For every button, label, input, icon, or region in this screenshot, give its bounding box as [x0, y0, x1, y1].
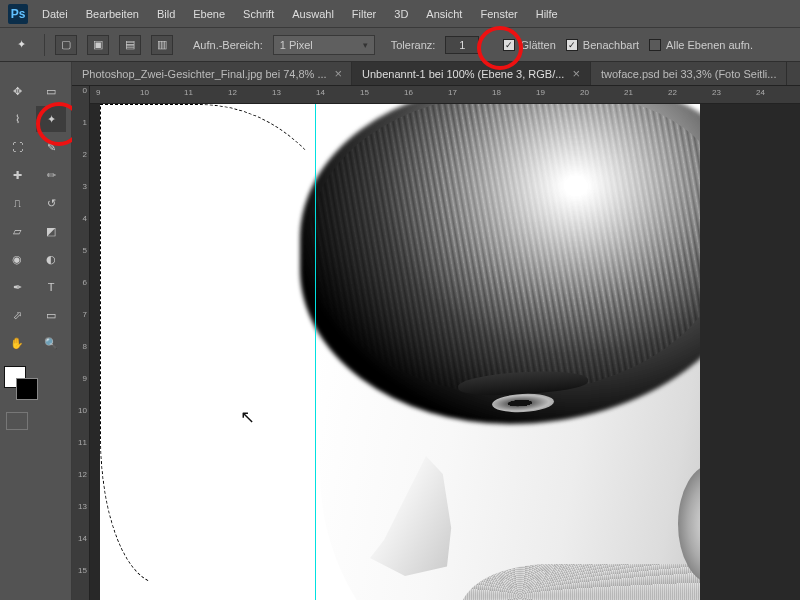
vertical-guide[interactable] — [315, 104, 316, 600]
sample-label: Aufn.-Bereich: — [193, 39, 263, 51]
contiguous-checkbox[interactable]: ✓ — [566, 39, 578, 51]
blur-tool[interactable]: ◉ — [2, 246, 32, 272]
pen-tool[interactable]: ✒ — [2, 274, 32, 300]
current-tool-icon[interactable]: ✦ — [8, 33, 34, 57]
sample-dropdown[interactable]: 1 Pixel ▾ — [273, 35, 375, 55]
marquee-tool[interactable]: ▭ — [36, 78, 66, 104]
squares-int-icon: ▥ — [157, 38, 167, 51]
selection-intersect-button[interactable]: ▥ — [151, 35, 173, 55]
eyedropper-tool[interactable]: ✎ — [36, 134, 66, 160]
selection-subtract-button[interactable]: ▤ — [119, 35, 141, 55]
document-tabs: Photoshop_Zwei-Gesichter_Final.jpg bei 7… — [72, 62, 800, 86]
menu-bild[interactable]: Bild — [157, 8, 175, 20]
toolbox: ✥ ▭ ⌇ ✦ ⛶ ✎ ✚ ✏ ⎍ ↺ ▱ ◩ ◉ ◐ ✒ T ⬀ ▭ ✋ 🔍 — [0, 62, 72, 600]
magic-wand-tool[interactable]: ✦ — [36, 106, 66, 132]
menu-auswahl[interactable]: Auswahl — [292, 8, 334, 20]
vertical-ruler[interactable]: 012345678910111213141516 — [72, 86, 90, 600]
doc-tab-label: twoface.psd bei 33,3% (Foto Seitli... — [601, 68, 776, 80]
squares-sub-icon: ▤ — [125, 38, 135, 51]
menu-3d[interactable]: 3D — [394, 8, 408, 20]
menu-ebene[interactable]: Ebene — [193, 8, 225, 20]
crop-tool[interactable]: ⛶ — [2, 134, 32, 160]
alllayers-checkbox[interactable] — [649, 39, 661, 51]
doc-tab-label: Photoshop_Zwei-Gesichter_Final.jpg bei 7… — [82, 68, 327, 80]
chevron-down-icon: ▾ — [363, 40, 368, 50]
quickmask-toggle[interactable] — [6, 412, 28, 430]
doc-tab-label: Unbenannt-1 bei 100% (Ebene 3, RGB/... — [362, 68, 564, 80]
doc-tab-0[interactable]: Photoshop_Zwei-Gesichter_Final.jpg bei 7… — [72, 62, 352, 85]
menu-datei[interactable]: Datei — [42, 8, 68, 20]
hand-tool[interactable]: ✋ — [2, 330, 32, 356]
canvas[interactable]: ↖ — [90, 104, 800, 600]
dodge-tool[interactable]: ◐ — [36, 246, 66, 272]
menu-bar: Ps Datei Bearbeiten Bild Ebene Schrift A… — [0, 0, 800, 28]
selection-new-button[interactable]: ▢ — [55, 35, 77, 55]
document-canvas[interactable]: ↖ — [100, 104, 700, 600]
separator — [44, 34, 45, 56]
doc-tab-2[interactable]: twoface.psd bei 33,3% (Foto Seitli... — [591, 62, 787, 85]
lasso-tool[interactable]: ⌇ — [2, 106, 32, 132]
antialias-label: Glätten — [520, 39, 555, 51]
menu-schrift[interactable]: Schrift — [243, 8, 274, 20]
menu-hilfe[interactable]: Hilfe — [536, 8, 558, 20]
history-brush-tool[interactable]: ↺ — [36, 190, 66, 216]
menu-fenster[interactable]: Fenster — [480, 8, 517, 20]
close-icon[interactable]: × — [572, 66, 580, 81]
alllayers-label: Alle Ebenen aufn. — [666, 39, 753, 51]
options-bar: ✦ ▢ ▣ ▤ ▥ Aufn.-Bereich: 1 Pixel ▾ Toler… — [0, 28, 800, 62]
stamp-tool[interactable]: ⎍ — [2, 190, 32, 216]
doc-tab-1[interactable]: Unbenannt-1 bei 100% (Ebene 3, RGB/... × — [352, 62, 591, 85]
selection-add-button[interactable]: ▣ — [87, 35, 109, 55]
color-swatches[interactable] — [4, 366, 44, 402]
sample-value: 1 Pixel — [280, 39, 313, 51]
contiguous-label: Benachbart — [583, 39, 639, 51]
tolerance-input[interactable] — [445, 36, 479, 54]
gradient-tool[interactable]: ◩ — [36, 218, 66, 244]
app-logo: Ps — [8, 4, 28, 24]
menu-filter[interactable]: Filter — [352, 8, 376, 20]
healing-tool[interactable]: ✚ — [2, 162, 32, 188]
antialias-checkbox[interactable]: ✓ — [503, 39, 515, 51]
magic-wand-icon: ✦ — [17, 38, 26, 51]
close-icon[interactable]: × — [335, 66, 343, 81]
background-swatch[interactable] — [16, 378, 38, 400]
square-icon: ▢ — [61, 38, 71, 51]
image-content — [240, 104, 700, 600]
menu-bearbeiten[interactable]: Bearbeiten — [86, 8, 139, 20]
eraser-tool[interactable]: ▱ — [2, 218, 32, 244]
move-tool[interactable]: ✥ — [2, 78, 32, 104]
squares-add-icon: ▣ — [93, 38, 103, 51]
cursor-icon: ↖ — [240, 406, 255, 428]
type-tool[interactable]: T — [36, 274, 66, 300]
shape-tool[interactable]: ▭ — [36, 302, 66, 328]
menu-ansicht[interactable]: Ansicht — [426, 8, 462, 20]
tolerance-label: Toleranz: — [391, 39, 436, 51]
zoom-tool[interactable]: 🔍 — [36, 330, 66, 356]
horizontal-ruler[interactable]: 9101112131415161718192021222324 — [90, 86, 800, 104]
path-select-tool[interactable]: ⬀ — [2, 302, 32, 328]
brush-tool[interactable]: ✏ — [36, 162, 66, 188]
